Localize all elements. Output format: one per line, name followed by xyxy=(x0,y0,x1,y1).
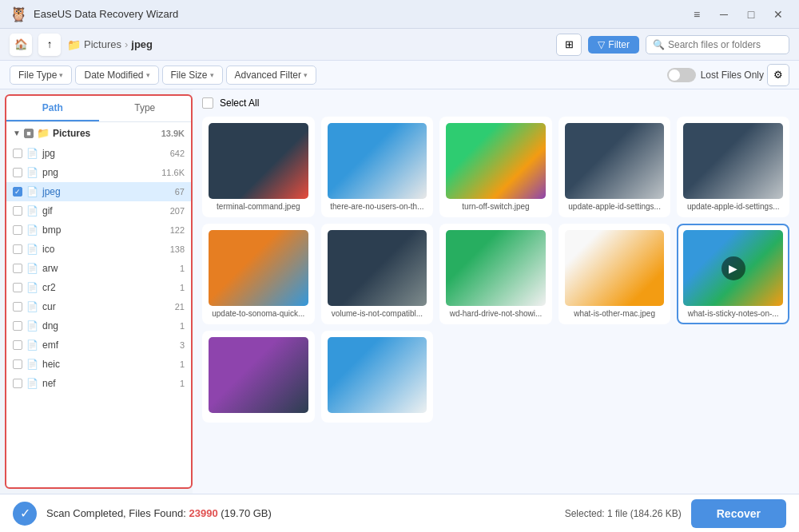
item-checkbox-png[interactable] xyxy=(13,168,22,177)
thumbnail-card-2[interactable]: there-are-no-users-on-th... xyxy=(321,117,434,217)
sidebar-item-jpeg[interactable]: ✓ 📄 jpeg 67 xyxy=(6,182,191,201)
item-checkbox-jpeg[interactable]: ✓ xyxy=(13,187,22,197)
sidebar-item-jpg[interactable]: 📄 jpg 642 xyxy=(6,144,191,163)
item-checkbox-jpg[interactable] xyxy=(13,149,22,158)
sidebar-item-nef[interactable]: 📄 nef 1 xyxy=(6,374,191,393)
sidebar-item-emf[interactable]: 📄 emf 3 xyxy=(6,335,191,355)
item-checkbox-cr2[interactable] xyxy=(13,283,22,292)
sidebar-item-ico[interactable]: 📄 ico 138 xyxy=(6,240,191,259)
item-checkbox-ico[interactable] xyxy=(13,244,22,254)
item-checkbox-bmp[interactable] xyxy=(13,225,22,235)
back-button[interactable]: ↑ xyxy=(38,34,61,56)
scan-file-count: 23990 xyxy=(189,507,218,519)
root-folder-count: 13.9K xyxy=(161,129,185,138)
thumb-image-6 xyxy=(209,230,308,306)
thumb-image-3 xyxy=(446,123,546,199)
item-checkbox-emf[interactable] xyxy=(13,340,22,350)
thumbnail-card-1[interactable]: terminal-command.jpeg xyxy=(202,117,315,217)
thumb-label-4: update-apple-id-settings... xyxy=(565,202,665,211)
item-checkbox-nef[interactable] xyxy=(13,379,22,388)
item-checkbox-cur[interactable] xyxy=(13,302,22,312)
item-folder-icon-cr2: 📄 xyxy=(26,282,38,293)
thumbnail-card-12[interactable] xyxy=(321,331,434,423)
breadcrumb-separator: › xyxy=(125,38,128,50)
sidebar-item-cr2[interactable]: 📄 cr2 1 xyxy=(6,278,191,297)
sidebar-item-gif[interactable]: 📄 gif 207 xyxy=(6,201,191,220)
lost-files-label: Lost Files Only xyxy=(701,69,764,81)
main-area: Path Type ▼ ■ 📁 Pictures 13.9K 📄 jpg 642… xyxy=(0,89,799,494)
item-count-ico: 138 xyxy=(170,244,185,254)
root-folder-icon: 📁 xyxy=(37,127,50,139)
titlebar: 🦉 EaseUS Data Recovery Wizard ≡ ─ □ ✕ xyxy=(0,0,799,29)
item-count-nef: 1 xyxy=(180,379,185,388)
menu-button[interactable]: ≡ xyxy=(686,3,708,26)
item-checkbox-heic[interactable] xyxy=(13,359,22,369)
tab-path[interactable]: Path xyxy=(6,96,99,121)
thumb-image-12 xyxy=(328,337,427,413)
lost-files-toggle[interactable]: Lost Files Only xyxy=(667,68,764,82)
thumb-label-6: update-to-sonoma-quick... xyxy=(209,309,308,318)
minimize-button[interactable]: ─ xyxy=(713,3,735,26)
sidebar-root-folder[interactable]: ▼ ■ 📁 Pictures 13.9K xyxy=(6,122,191,144)
thumbnail-card-8[interactable]: wd-hard-drive-not-showi... xyxy=(439,224,552,324)
filter-button[interactable]: ▽ Filter xyxy=(588,36,639,54)
thumb-label-9: what-is-other-mac.jpeg xyxy=(565,309,665,318)
home-button[interactable]: 🏠 xyxy=(10,34,32,56)
close-button[interactable]: ✕ xyxy=(767,3,789,26)
thumbnail-card-7[interactable]: volume-is-not-compatibl... xyxy=(321,224,434,324)
item-count-gif: 207 xyxy=(170,206,185,216)
sidebar-items-list: 📄 jpg 642 📄 png 11.6K ✓ 📄 jpeg 67 📄 gif … xyxy=(6,144,191,393)
sidebar-item-bmp[interactable]: 📄 bmp 122 xyxy=(6,220,191,240)
item-folder-icon-cur: 📄 xyxy=(26,301,38,312)
root-checkbox[interactable]: ■ xyxy=(24,129,34,138)
file-type-filter[interactable]: File Type ▾ xyxy=(10,66,72,85)
thumbnail-card-3[interactable]: turn-off-switch.jpeg xyxy=(439,117,552,217)
lost-files-switch[interactable] xyxy=(667,68,696,82)
sidebar-item-png[interactable]: 📄 png 11.6K xyxy=(6,163,191,182)
tab-type[interactable]: Type xyxy=(99,96,192,121)
thumbnail-card-11[interactable] xyxy=(202,331,315,423)
thumbnail-card-10[interactable]: ✓ ▶ what-is-sticky-notes-on-... xyxy=(677,224,789,324)
item-checkbox-gif[interactable] xyxy=(13,206,22,216)
thumb-label-3: turn-off-switch.jpeg xyxy=(446,202,546,211)
statusbar: ✓ Scan Completed, Files Found: 23990 (19… xyxy=(0,494,799,532)
item-count-cur: 21 xyxy=(175,302,185,312)
sidebar-item-arw[interactable]: 📄 arw 1 xyxy=(6,259,191,278)
date-modified-filter[interactable]: Date Modified ▾ xyxy=(75,66,158,85)
sidebar-item-dng[interactable]: 📄 dng 1 xyxy=(6,316,191,335)
view-toggle-button[interactable]: ⊞ xyxy=(556,34,582,56)
scan-complete-icon: ✓ xyxy=(13,502,37,526)
date-modified-chevron: ▾ xyxy=(146,71,150,79)
file-size-chevron: ▾ xyxy=(210,71,214,79)
sidebar-item-cur[interactable]: 📄 cur 21 xyxy=(6,297,191,316)
recover-button[interactable]: Recover xyxy=(691,499,786,528)
thumb-label-8: wd-hard-drive-not-showi... xyxy=(446,309,546,318)
filter-label: Filter xyxy=(608,39,630,50)
sidebar-item-heic[interactable]: 📄 heic 1 xyxy=(6,355,191,374)
thumb-image-11 xyxy=(209,337,308,413)
thumbnail-grid: terminal-command.jpeg there-are-no-users… xyxy=(199,113,793,426)
item-checkbox-arw[interactable] xyxy=(13,264,22,273)
thumbnail-card-6[interactable]: update-to-sonoma-quick... xyxy=(202,224,315,324)
maximize-button[interactable]: □ xyxy=(740,3,762,26)
thumbnail-card-5[interactable]: update-apple-id-settings... xyxy=(677,117,789,217)
advanced-filter-chevron: ▾ xyxy=(304,71,308,79)
thumbnail-card-9[interactable]: what-is-other-mac.jpeg xyxy=(559,224,671,324)
search-box[interactable]: 🔍 xyxy=(646,35,789,54)
item-count-dng: 1 xyxy=(180,321,185,331)
item-name-cur: cur xyxy=(42,301,56,312)
advanced-filter[interactable]: Advanced Filter ▾ xyxy=(226,66,316,85)
settings-icon-button[interactable]: ⚙ xyxy=(767,64,789,86)
select-all-checkbox[interactable] xyxy=(202,97,213,109)
item-name-jpg: jpg xyxy=(42,148,55,159)
item-checkbox-dng[interactable] xyxy=(13,321,22,331)
search-input[interactable] xyxy=(668,39,780,50)
file-size-filter[interactable]: File Size ▾ xyxy=(162,66,223,85)
thumbnail-card-4[interactable]: update-apple-id-settings... xyxy=(559,117,671,217)
item-count-jpeg: 67 xyxy=(175,187,185,197)
breadcrumb-parent[interactable]: Pictures xyxy=(84,38,121,50)
item-count-cr2: 1 xyxy=(180,283,185,292)
thumb-image-7 xyxy=(328,230,427,306)
thumb-image-5 xyxy=(683,123,783,199)
item-name-ico: ico xyxy=(42,244,54,255)
